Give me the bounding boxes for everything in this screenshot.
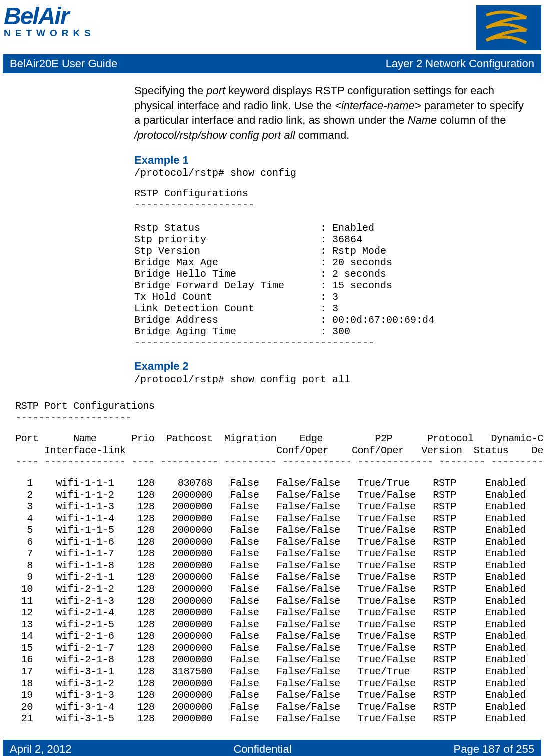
example1-output: RSTP Configurations --------------------… [134, 188, 529, 349]
column-name: Name [408, 114, 437, 126]
table-row: 19 wifi-3-1-3 128 2000000 False False/Fa… [15, 689, 529, 701]
table-title-sep: -------------------- [15, 412, 529, 424]
text: command. [295, 129, 350, 141]
table-row: 1 wifi-1-1-1 128 830768 False False/Fals… [15, 477, 529, 489]
table-row: 3 wifi-1-1-3 128 2000000 False False/Fal… [15, 501, 529, 513]
table-row: 7 wifi-1-1-7 128 2000000 False False/Fal… [15, 548, 529, 560]
example1-section: Example 1 /protocol/rstp# show config RS… [134, 153, 529, 349]
example1-heading: Example 1 [134, 153, 529, 168]
example1-cmd: /protocol/rstp# show config [134, 167, 529, 179]
table-sep: ---- -------------- ---- ---------- ----… [15, 456, 529, 468]
footer-page: Page 187 of 255 [454, 743, 534, 756]
logo-left: BelAir NETWORKS [3, 5, 95, 39]
table-row: 12 wifi-2-1-4 128 2000000 False False/Fa… [15, 607, 529, 619]
table-row: 4 wifi-1-1-4 128 2000000 False False/Fal… [15, 513, 529, 525]
intro-paragraph: Specifying the port keyword displays RST… [134, 83, 529, 143]
command-path: /protocol/rstp/show config port all [134, 129, 295, 141]
footer-conf: Confidential [233, 743, 291, 756]
table-rows: 1 wifi-1-1-1 128 830768 False False/Fals… [15, 477, 529, 725]
table-row: 8 wifi-1-1-8 128 2000000 False False/Fal… [15, 560, 529, 572]
table-row: 14 wifi-2-1-6 128 2000000 False False/Fa… [15, 630, 529, 642]
header: BelAir NETWORKS [0, 0, 544, 50]
table-row: 11 wifi-2-1-3 128 2000000 False False/Fa… [15, 595, 529, 607]
table-row: 16 wifi-2-1-8 128 2000000 False False/Fa… [15, 654, 529, 666]
guide-title-right: Layer 2 Network Configuration [386, 57, 534, 70]
table-row: 2 wifi-1-1-2 128 2000000 False False/Fal… [15, 489, 529, 501]
table-row: 5 wifi-1-1-5 128 2000000 False False/Fal… [15, 524, 529, 536]
text: column of the [437, 114, 506, 126]
text: Specifying the [134, 84, 206, 97]
table-row: 10 wifi-2-1-2 128 2000000 False False/Fa… [15, 583, 529, 595]
example2-header-section: Example 2 /protocol/rstp# show config po… [134, 359, 529, 385]
keyword-port: port [206, 84, 225, 97]
table-row: 21 wifi-3-1-5 128 2000000 False False/Fa… [15, 713, 529, 725]
footer-date: April 2, 2012 [10, 743, 72, 756]
table-row: 6 wifi-1-1-6 128 2000000 False False/Fal… [15, 536, 529, 548]
logo-swirl-icon [476, 5, 541, 50]
table-row: 18 wifi-3-1-2 128 2000000 False False/Fa… [15, 678, 529, 690]
table-row: 15 wifi-2-1-7 128 2000000 False False/Fa… [15, 642, 529, 654]
example2-cmd: /protocol/rstp# show config port all [134, 374, 529, 385]
table-row: 17 wifi-3-1-1 128 3187500 False False/Fa… [15, 666, 529, 678]
rstp-port-table: RSTP Port Configurations ---------------… [15, 400, 529, 725]
table-row: 13 wifi-2-1-5 128 2000000 False False/Fa… [15, 619, 529, 631]
param-interface-name: <interface-name> [335, 99, 421, 112]
table-row: 20 wifi-3-1-4 128 2000000 False False/Fa… [15, 701, 529, 713]
table-head2: Interface-link Conf/Oper Conf/Oper Versi… [15, 445, 529, 457]
title-bar: BelAir20E User Guide Layer 2 Network Con… [3, 54, 541, 73]
footer-bar: April 2, 2012 Confidential Page 187 of 2… [3, 740, 541, 756]
table-head1: Port Name Prio Pathcost Migration Edge P… [15, 433, 529, 445]
guide-title-left: BelAir20E User Guide [10, 57, 117, 70]
table-row: 9 wifi-2-1-1 128 2000000 False False/Fal… [15, 571, 529, 583]
content: Specifying the port keyword displays RST… [0, 73, 544, 725]
logo-sub: NETWORKS [4, 28, 95, 39]
example2-heading: Example 2 [134, 359, 529, 374]
table-title: RSTP Port Configurations [15, 400, 529, 412]
logo-main: BelAir [4, 5, 95, 27]
